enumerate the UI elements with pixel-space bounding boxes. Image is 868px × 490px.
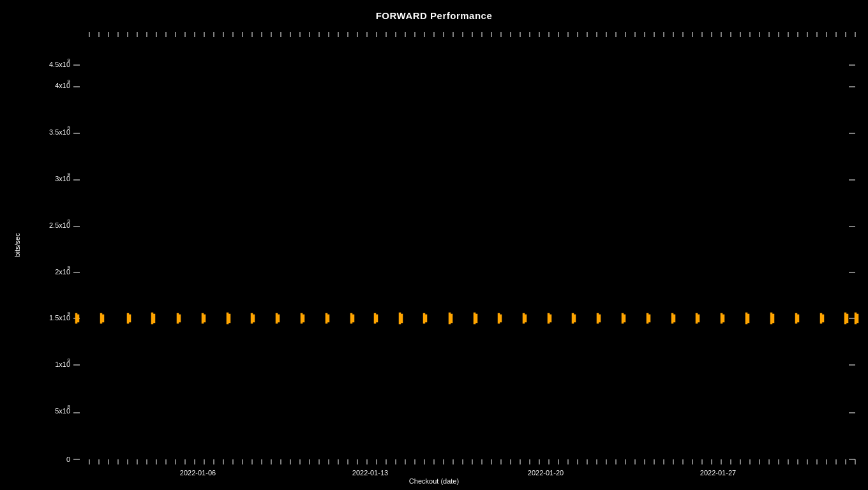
y-tick-1e9-sup: 9: [68, 357, 71, 363]
svg-rect-218: [548, 313, 550, 323]
svg-rect-204: [374, 313, 376, 323]
svg-rect-192: [227, 313, 228, 324]
svg-rect-208: [423, 313, 425, 323]
svg-rect-180: [75, 313, 77, 323]
svg-rect-236: [770, 313, 772, 324]
chart-container: FORWARD Performance bits/sec Checkout (d…: [0, 0, 868, 490]
svg-rect-206: [399, 313, 401, 324]
svg-rect-244: [855, 313, 857, 324]
x-tick-jan27: 2022-01-27: [700, 469, 736, 477]
svg-rect-241: [822, 315, 824, 322]
svg-rect-201: [327, 315, 329, 322]
svg-rect-234: [745, 313, 747, 324]
svg-rect-198: [301, 313, 303, 323]
svg-rect-225: [624, 315, 625, 322]
svg-rect-207: [401, 314, 403, 323]
svg-rect-239: [797, 315, 799, 322]
svg-rect-240: [820, 313, 822, 323]
svg-rect-229: [673, 315, 675, 322]
y-tick-2e9-sup: 9: [68, 265, 71, 271]
svg-rect-223: [599, 315, 601, 322]
svg-rect-199: [303, 315, 304, 322]
svg-rect-195: [253, 315, 255, 322]
svg-rect-228: [671, 313, 673, 323]
svg-rect-242: [844, 313, 846, 324]
svg-rect-237: [772, 314, 774, 323]
svg-rect-212: [474, 313, 475, 324]
y-tick-35e8-sup: 9: [68, 125, 71, 131]
y-tick-3e9-sup: 9: [68, 172, 71, 177]
svg-rect-196: [276, 313, 278, 323]
y-tick-45e8-sup: 9: [68, 57, 71, 63]
svg-rect-185: [129, 315, 131, 322]
svg-rect-186: [151, 313, 153, 324]
svg-rect-214: [498, 313, 500, 323]
svg-rect-184: [127, 313, 129, 323]
svg-rect-191: [204, 315, 206, 322]
svg-rect-205: [376, 315, 378, 322]
svg-rect-213: [475, 314, 477, 323]
svg-rect-243: [846, 314, 848, 323]
svg-rect-187: [153, 314, 155, 323]
svg-rect-209: [425, 315, 427, 322]
svg-rect-215: [500, 315, 502, 322]
svg-rect-202: [350, 313, 352, 323]
svg-rect-245: [857, 314, 858, 323]
svg-rect-233: [722, 315, 724, 322]
svg-rect-227: [648, 315, 650, 322]
svg-rect-203: [352, 315, 354, 322]
y-tick-4e9-sup: 9: [68, 78, 71, 84]
svg-rect-216: [523, 313, 525, 323]
svg-rect-194: [251, 313, 253, 323]
svg-rect-238: [795, 313, 797, 323]
svg-rect-231: [698, 315, 700, 322]
y-tick-25e8-sup: 9: [68, 218, 71, 224]
svg-rect-217: [525, 315, 527, 322]
bottom-ticks: [89, 459, 855, 464]
svg-rect-183: [102, 315, 104, 322]
svg-rect-230: [696, 313, 698, 323]
svg-rect-219: [550, 315, 551, 322]
svg-rect-210: [449, 313, 451, 324]
y-tick-15e8-sup: 9: [68, 311, 71, 316]
y-tick-5e8-sup: 8: [68, 404, 71, 410]
svg-rect-188: [177, 313, 179, 323]
x-tick-jan13: 2022-01-13: [352, 469, 388, 477]
svg-rect-190: [202, 313, 204, 323]
svg-rect-193: [228, 314, 230, 323]
top-ticks: [89, 32, 855, 37]
svg-rect-220: [572, 313, 574, 323]
svg-rect-182: [100, 313, 102, 323]
svg-rect-221: [574, 315, 576, 322]
svg-rect-181: [77, 315, 79, 322]
svg-rect-235: [747, 314, 749, 323]
x-tick-jan20: 2022-01-20: [528, 469, 564, 477]
svg-rect-211: [451, 314, 453, 323]
svg-rect-222: [597, 313, 599, 323]
svg-rect-200: [326, 313, 327, 323]
svg-rect-197: [278, 315, 280, 322]
data-points: [75, 313, 858, 324]
x-tick-jan06: 2022-01-06: [180, 469, 216, 477]
svg-rect-232: [721, 313, 722, 323]
chart-svg: 0 5x10 8 1x10 9 1.5x10 9 2x10 9 2.5x10 9…: [0, 0, 868, 490]
y-tick-0: 0: [66, 456, 70, 463]
svg-rect-189: [179, 315, 181, 322]
svg-rect-224: [622, 313, 624, 323]
svg-rect-226: [647, 313, 648, 323]
